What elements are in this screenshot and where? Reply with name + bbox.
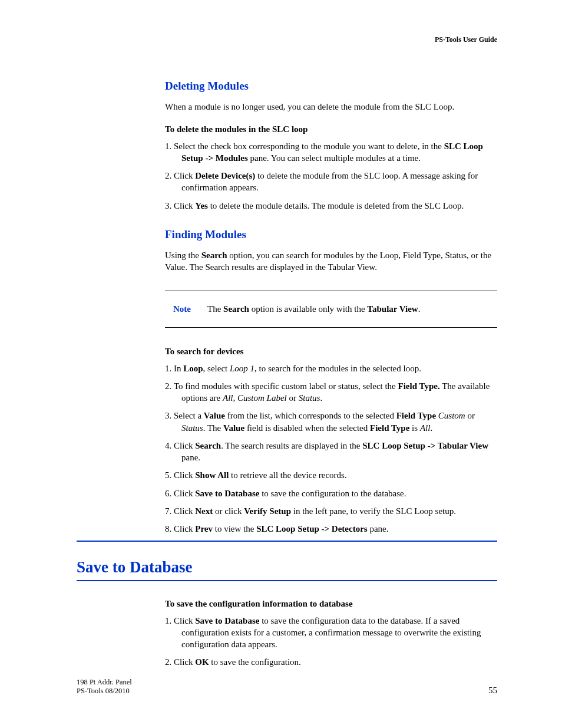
subheading: To delete the modules in the SLC loop: [165, 123, 497, 135]
footer: 198 Pt Addr. Panel PS-Tools 08/2010 55: [77, 678, 497, 696]
heading-finding-modules: Finding Modules: [165, 228, 497, 241]
list-item: Click Show All to retrieve all the devic…: [165, 469, 497, 481]
paragraph: When a module is no longer used, you can…: [165, 101, 497, 113]
ordered-list: Click Save to Database to save the confi…: [165, 615, 497, 668]
list-item: In Loop, select Loop 1, to search for th…: [165, 363, 497, 374]
list-item: Click Yes to delete the module details. …: [165, 200, 497, 212]
ordered-list: In Loop, select Loop 1, to search for th…: [165, 363, 497, 535]
footer-left: 198 Pt Addr. Panel PS-Tools 08/2010: [77, 678, 132, 696]
footer-line1: 198 Pt Addr. Panel: [77, 678, 132, 687]
list-item: Select a Value from the list, which corr…: [165, 410, 497, 434]
section-break: Save to Database: [77, 541, 497, 581]
list-item: To find modules with specific custom lab…: [165, 380, 497, 404]
page-number: 55: [488, 685, 497, 696]
list-item: Click Prev to view the SLC Loop Setup ->…: [165, 523, 497, 535]
note-text: The Search option is available only with…: [207, 304, 420, 314]
list-item: Click Search. The search results are dis…: [165, 440, 497, 464]
heading-deleting-modules: Deleting Modules: [165, 80, 497, 93]
list-item: Click Save to Database to save the confi…: [165, 615, 497, 651]
list-item: Select the check box corresponding to th…: [165, 140, 497, 164]
subheading: To save the configuration information to…: [165, 598, 497, 610]
list-item: Click OK to save the configuration.: [165, 656, 497, 668]
rule-bottom: [77, 580, 497, 581]
list-item: Click Save to Database to save the confi…: [165, 487, 497, 499]
page: PS-Tools User Guide Deleting Modules Whe…: [0, 0, 562, 728]
heading-save-to-database: Save to Database: [77, 558, 497, 577]
subheading: To search for devices: [165, 345, 497, 357]
ordered-list: Select the check box corresponding to th…: [165, 140, 497, 212]
footer-line2: PS-Tools 08/2010: [77, 687, 132, 696]
rule-top: [77, 541, 497, 542]
note-label: Note: [173, 304, 191, 314]
note-box: Note The Search option is available only…: [165, 291, 497, 328]
paragraph: Using the Search option, you can search …: [165, 249, 497, 274]
content-area: Deleting Modules When a module is no lon…: [165, 80, 497, 668]
list-item: Click Next or click Verify Setup in the …: [165, 505, 497, 517]
running-header: PS-Tools User Guide: [435, 35, 497, 44]
list-item: Click Delete Device(s) to delete the mod…: [165, 170, 497, 194]
